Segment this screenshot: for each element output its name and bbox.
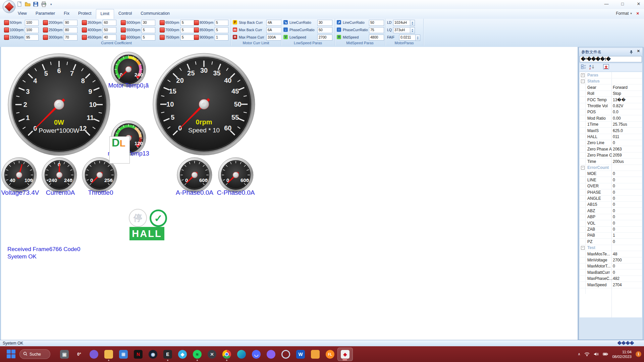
property-value[interactable]: 0 [613, 178, 615, 182]
app-logo-button[interactable] [3, 0, 15, 13]
motor-curr-input-0[interactable]: 4A [266, 20, 281, 26]
new-document-icon[interactable] [17, 1, 22, 7]
property-value[interactable]: 0 [613, 190, 615, 195]
lowspeed-input-0[interactable]: 30 [317, 20, 332, 26]
property-value[interactable]: 0.0 [613, 110, 619, 114]
property-row[interactable]: VOL0 [580, 220, 642, 227]
epic-games-icon[interactable]: E [160, 348, 175, 361]
property-row[interactable]: ABZ0 [580, 208, 642, 214]
coeff-input-9000rpm[interactable]: 1 [215, 35, 228, 41]
weather-icon[interactable]: 0° [72, 348, 87, 361]
property-value[interactable]: 0 [613, 227, 615, 232]
tray-chevron-up-icon[interactable]: ∧ [578, 352, 580, 356]
property-row[interactable]: AB150 [580, 201, 642, 208]
coeff-input-1500rpm[interactable]: 95 [25, 35, 39, 41]
property-value[interactable]: 0.82V [613, 104, 623, 108]
coeff-input-3500rpm[interactable]: 60 [103, 20, 116, 26]
battery-icon[interactable] [603, 352, 608, 356]
coeff-toggle-5000rpm[interactable] [121, 20, 126, 25]
close-button[interactable]: ✕ [635, 1, 642, 6]
property-row[interactable]: ABP0 [580, 214, 642, 220]
coeff-input-1000rpm[interactable]: 100 [25, 27, 39, 33]
print-icon[interactable] [41, 1, 47, 7]
coeff-toggle-8500rpm[interactable] [194, 27, 199, 33]
steam-icon[interactable]: ◉ [146, 348, 160, 361]
property-row[interactable]: Zero Phase C2059 [580, 152, 642, 159]
coeff-toggle-9000rpm[interactable] [194, 35, 199, 40]
property-value[interactable]: 48 [613, 252, 617, 256]
property-value[interactable]: 0 [613, 221, 615, 226]
coeff-toggle-500rpm[interactable] [4, 20, 9, 25]
collapse-icon[interactable]: − [581, 79, 585, 83]
open-folder-icon[interactable] [25, 1, 31, 7]
coeff-input-6000rpm[interactable]: 5 [142, 35, 155, 41]
start-button[interactable] [7, 350, 15, 358]
property-row[interactable]: RollStop [580, 90, 642, 97]
motorparas-spinner-LQ[interactable]: ▲▼ [410, 27, 415, 34]
property-value[interactable]: 0 [613, 184, 615, 188]
maximize-button[interactable]: □ [619, 1, 626, 6]
property-row[interactable]: MaxPhaseC...482 [580, 276, 642, 282]
property-value[interactable]: 0 [613, 208, 615, 213]
format-menu[interactable]: Format [616, 11, 629, 16]
document-close-icon[interactable]: ✕ [636, 11, 639, 16]
property-row[interactable]: MinVoltage2700 [580, 257, 642, 263]
purple-app-icon[interactable] [87, 348, 101, 361]
chevron-down-icon[interactable]: ▾ [630, 12, 632, 15]
coeff-toggle-6500rpm[interactable] [160, 20, 165, 25]
ms-store-icon[interactable]: ⊞ [116, 348, 131, 361]
midspeed-input-1[interactable]: 75 [369, 27, 384, 33]
midspeed-input-2[interactable]: 4800 [369, 35, 384, 41]
property-value[interactable]: 2063 [613, 147, 622, 152]
minimize-button[interactable]: — [603, 1, 610, 6]
property-row[interactable]: GearForward [580, 84, 642, 91]
collapse-icon[interactable]: − [581, 246, 585, 250]
property-value[interactable]: 625.0 [613, 128, 623, 133]
tab-control[interactable]: Control [114, 9, 136, 19]
coeff-input-6500rpm[interactable]: 5 [180, 20, 194, 26]
sort-az-icon[interactable]: AZ [589, 64, 595, 71]
property-value[interactable]: 0 [613, 140, 615, 145]
coeff-input-4000rpm[interactable]: 50 [103, 27, 116, 33]
coeff-toggle-1500rpm[interactable] [4, 35, 9, 40]
property-row[interactable]: ANGLE0 [580, 195, 642, 202]
tab-protect[interactable]: Protect [74, 9, 96, 19]
coeff-toggle-2500rpm[interactable] [43, 27, 48, 33]
panel-close-icon[interactable]: ✕ [637, 49, 640, 53]
property-value[interactable]: 2704 [613, 283, 622, 287]
property-row[interactable]: OVER0 [580, 183, 642, 189]
edge-icon[interactable] [234, 348, 249, 361]
property-row[interactable]: ZAB0 [580, 226, 642, 233]
motorparas-input-LQ[interactable]: 373uH [393, 27, 411, 33]
property-row[interactable]: Zero Phase A2063 [580, 146, 642, 153]
coeff-toggle-2000rpm[interactable] [43, 20, 48, 25]
property-row[interactable]: PHASE0 [580, 189, 642, 196]
property-value[interactable]: Forward [613, 85, 628, 90]
property-row[interactable]: Throttle Vol0.82V [580, 103, 642, 109]
property-value[interactable]: Stop [613, 91, 621, 96]
property-value[interactable]: 482 [613, 276, 620, 281]
coeff-toggle-7500rpm[interactable] [160, 35, 165, 40]
midspeed-input-0[interactable]: 50 [369, 20, 384, 26]
tab-parameter[interactable]: Parameter [31, 9, 59, 19]
section-status[interactable]: −Status [580, 78, 642, 84]
coeff-toggle-8000rpm[interactable] [194, 20, 199, 25]
coeff-input-8500rpm[interactable]: 5 [215, 27, 228, 33]
property-row[interactable]: LINE0 [580, 177, 642, 183]
property-value[interactable]: 0 [613, 270, 615, 275]
property-value[interactable]: 0.00 [613, 116, 621, 121]
save-icon[interactable] [33, 1, 39, 7]
motor-curr-input-1[interactable]: 6A [266, 27, 281, 33]
clock[interactable]: 11:04 08/02/2023 [612, 350, 632, 359]
spotify-icon[interactable]: ≈ [190, 348, 205, 361]
property-row[interactable]: POS0.0 [580, 109, 642, 115]
coeff-toggle-4500rpm[interactable] [82, 35, 87, 40]
motorparas-spinner-LD[interactable]: ▲▼ [410, 20, 415, 26]
property-value[interactable]: 2700 [613, 258, 622, 262]
property-value[interactable]: 0 [613, 171, 615, 176]
file-explorer-folder-icon[interactable] [101, 348, 116, 361]
coeff-input-7500rpm[interactable]: 5 [180, 35, 194, 41]
notification-badge[interactable]: 1 [636, 351, 641, 357]
coeff-input-4500rpm[interactable]: 40 [103, 35, 116, 41]
ring-app-icon[interactable] [278, 348, 293, 361]
